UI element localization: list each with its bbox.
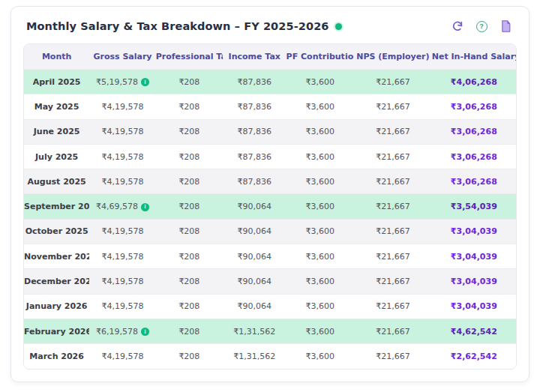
professional-tax-cell: ₹208 <box>156 252 223 262</box>
table-row: April 2025 ₹5,19,578i ₹208 ₹87,836 ₹3,60… <box>24 69 516 94</box>
income-tax-cell: ₹87,836 <box>223 177 286 187</box>
card-header: Monthly Salary & Tax Breakdown – FY 2025… <box>11 7 529 39</box>
pf-contribution-cell: ₹3,600 <box>286 301 355 311</box>
table-row: July 2025 ₹4,19,578 ₹208 ₹87,836 ₹3,600 … <box>24 144 516 169</box>
nps-employer-cell: ₹21,667 <box>354 202 432 211</box>
month-cell: August 2025 <box>24 177 89 187</box>
nps-employer-cell: ₹21,667 <box>354 127 432 136</box>
gross-salary-cell: ₹4,19,578 <box>89 177 156 187</box>
net-in-hand-salary-cell: ₹3,54,039 <box>432 202 516 211</box>
professional-tax-cell: ₹208 <box>156 102 223 112</box>
refresh-button[interactable] <box>451 19 464 33</box>
gross-salary-info-icon[interactable]: i <box>141 328 149 336</box>
nps-employer-cell: ₹21,667 <box>354 102 432 112</box>
month-cell: March 2026 <box>24 352 89 361</box>
question-circle-icon: ? <box>476 21 488 32</box>
pf-contribution-cell: ₹3,600 <box>286 327 355 337</box>
gross-salary-cell: ₹4,19,578 <box>89 102 156 112</box>
month-cell: November 2025 <box>24 252 89 262</box>
pf-contribution-cell: ₹3,600 <box>286 277 355 286</box>
income-tax-cell: ₹90,064 <box>223 277 286 286</box>
income-tax-cell: ₹90,064 <box>223 202 286 211</box>
report-button[interactable] <box>499 19 512 33</box>
net-in-hand-salary-cell: ₹3,04,039 <box>432 252 516 262</box>
nps-employer-cell: ₹21,667 <box>354 177 432 187</box>
net-in-hand-salary-cell: ₹4,06,268 <box>432 77 516 87</box>
gross-salary-cell: ₹4,19,578 <box>89 127 156 136</box>
pf-contribution-cell: ₹3,600 <box>286 152 355 162</box>
pf-contribution-cell: ₹3,600 <box>286 177 355 187</box>
gross-salary-info-icon[interactable]: i <box>141 203 149 211</box>
nps-employer-cell: ₹21,667 <box>354 352 432 361</box>
professional-tax-cell: ₹208 <box>156 352 223 361</box>
income-tax-cell: ₹87,836 <box>223 77 286 87</box>
salary-breakdown-card: Monthly Salary & Tax Breakdown – FY 2025… <box>10 6 530 382</box>
gross-salary-cell: ₹4,19,578 <box>89 252 156 262</box>
gross-salary-cell: ₹6,19,578i <box>89 327 156 337</box>
professional-tax-cell: ₹208 <box>156 327 223 337</box>
professional-tax-cell: ₹208 <box>156 226 223 236</box>
gross-salary-cell: ₹4,19,578 <box>89 152 156 162</box>
professional-tax-cell: ₹208 <box>156 152 223 162</box>
professional-tax-cell: ₹208 <box>156 301 223 311</box>
table-row: November 2025 ₹4,19,578 ₹208 ₹90,064 ₹3,… <box>24 244 516 268</box>
help-button[interactable]: ? <box>475 19 488 33</box>
pf-contribution-cell: ₹3,600 <box>286 226 355 236</box>
professional-tax-cell: ₹208 <box>156 127 223 136</box>
net-in-hand-salary-cell: ₹3,04,039 <box>432 301 516 311</box>
month-cell: September 2025 <box>24 202 89 211</box>
gross-salary-cell: ₹4,19,578 <box>89 226 156 236</box>
net-in-hand-salary-cell: ₹3,06,268 <box>432 127 516 136</box>
column-header-professional-tax: Professional Tax <box>156 52 223 61</box>
income-tax-cell: ₹87,836 <box>223 127 286 136</box>
net-in-hand-salary-cell: ₹3,06,268 <box>432 102 516 112</box>
net-in-hand-salary-cell: ₹3,06,268 <box>432 152 516 162</box>
gross-salary-cell: ₹5,19,578i <box>89 77 156 87</box>
income-tax-cell: ₹90,064 <box>223 226 286 236</box>
month-cell: July 2025 <box>24 152 89 162</box>
net-in-hand-salary-cell: ₹2,62,542 <box>432 352 516 361</box>
column-header-month: Month <box>24 52 89 61</box>
table-row: December 2025 ₹4,19,578 ₹208 ₹90,064 ₹3,… <box>24 268 516 293</box>
net-in-hand-salary-cell: ₹3,06,268 <box>432 177 516 187</box>
column-header-gross-salary: Gross Salary <box>89 52 156 61</box>
gross-salary-info-icon[interactable]: i <box>141 78 149 86</box>
net-in-hand-salary-cell: ₹3,04,039 <box>432 277 516 286</box>
professional-tax-cell: ₹208 <box>156 277 223 286</box>
pf-contribution-cell: ₹3,600 <box>286 102 355 112</box>
table-row: June 2025 ₹4,19,578 ₹208 ₹87,836 ₹3,600 … <box>24 119 516 144</box>
nps-employer-cell: ₹21,667 <box>354 277 432 286</box>
professional-tax-cell: ₹208 <box>156 77 223 87</box>
salary-table: Month Gross Salary Professional Tax Inco… <box>23 43 517 370</box>
pf-contribution-cell: ₹3,600 <box>286 202 355 211</box>
table-row: May 2025 ₹4,19,578 ₹208 ₹87,836 ₹3,600 ₹… <box>24 94 516 118</box>
income-tax-cell: ₹90,064 <box>223 301 286 311</box>
pf-contribution-cell: ₹3,600 <box>286 77 355 87</box>
table-row: January 2026 ₹4,19,578 ₹208 ₹90,064 ₹3,6… <box>24 294 516 319</box>
gross-salary-cell: ₹4,19,578 <box>89 277 156 286</box>
month-cell: May 2025 <box>24 102 89 112</box>
table-row: September 2025 ₹4,69,578i ₹208 ₹90,064 ₹… <box>24 193 516 218</box>
gross-salary-cell: ₹4,19,578 <box>89 301 156 311</box>
month-cell: April 2025 <box>24 77 89 87</box>
table-body: April 2025 ₹5,19,578i ₹208 ₹87,836 ₹3,60… <box>24 69 516 369</box>
month-cell: October 2025 <box>24 226 89 236</box>
professional-tax-cell: ₹208 <box>156 202 223 211</box>
income-tax-cell: ₹1,31,562 <box>223 327 286 337</box>
table-header-row: Month Gross Salary Professional Tax Inco… <box>24 44 516 69</box>
net-in-hand-salary-cell: ₹4,62,542 <box>432 327 516 337</box>
refresh-icon <box>452 20 464 32</box>
professional-tax-cell: ₹208 <box>156 177 223 187</box>
month-cell: December 2025 <box>24 277 89 286</box>
page-title: Monthly Salary & Tax Breakdown – FY 2025… <box>26 20 329 32</box>
column-header-pf-contribution: PF Contribution <box>286 52 355 61</box>
table-row: October 2025 ₹4,19,578 ₹208 ₹90,064 ₹3,6… <box>24 219 516 244</box>
header-actions: ? <box>451 19 512 33</box>
nps-employer-cell: ₹21,667 <box>354 152 432 162</box>
net-in-hand-salary-cell: ₹3,04,039 <box>432 226 516 236</box>
income-tax-cell: ₹1,31,562 <box>223 352 286 361</box>
nps-employer-cell: ₹21,667 <box>354 327 432 337</box>
nps-employer-cell: ₹21,667 <box>354 226 432 236</box>
document-icon <box>500 20 512 32</box>
month-cell: January 2026 <box>24 301 89 311</box>
